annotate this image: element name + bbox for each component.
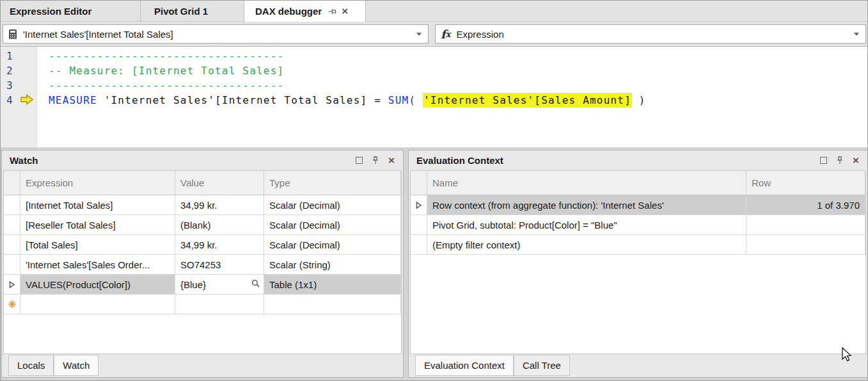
magnifier-icon[interactable] [251,279,260,288]
close-icon[interactable]: × [388,155,395,166]
measure-selector-value: 'Internet Sales'[Internet Total Sales] [23,29,173,40]
tab-dax-debugger[interactable]: DAX debugger × [244,1,366,22]
selector-toolbar: 'Internet Sales'[Internet Total Sales] f… [1,22,867,46]
panel-title: Watch [10,155,38,166]
chevron-down-icon[interactable] [416,33,422,36]
close-icon[interactable]: × [853,155,859,166]
calculator-icon [8,29,17,40]
watch-panel-tabstrip: Locals Watch [3,354,402,377]
line-number: 2 [1,63,36,78]
watch-new-row[interactable] [4,295,401,314]
tab-locals[interactable]: Locals [8,355,54,376]
evaluation-row-selected[interactable]: Row context (from aggregate function): '… [411,195,865,215]
current-line-arrow-icon [20,94,35,105]
evaluation-grid: Name Row Row context (from aggregate fun… [410,170,866,354]
evaluation-panel-titlebar[interactable]: Evaluation Context × [409,150,867,170]
close-icon[interactable]: × [342,6,348,17]
chevron-down-icon[interactable] [854,33,859,36]
document-tabbar: Expression Editor Pivot Grid 1 DAX debug… [1,1,867,22]
column-header-value: Value [175,171,264,195]
watch-panel-titlebar[interactable]: Watch × [2,150,403,170]
code-line: ---------------------------------- [49,78,867,93]
expression-selector-value: Expression [457,29,504,40]
evaluation-context-panel: Evaluation Context × Name Row [408,150,868,378]
dax-debugger-window: Expression Editor Pivot Grid 1 DAX debug… [0,0,868,381]
watch-row[interactable]: 'Internet Sales'[Sales Order... SO74253 … [4,255,401,275]
column-header-row: Row [746,171,865,195]
watch-row-selected[interactable]: VALUES(Product[Color]) {Blue} Table (1x1… [4,275,401,295]
fx-icon: fx [441,28,451,41]
column-header-name: Name [427,171,746,195]
watch-row[interactable]: [Total Sales] 34,99 kr. Scalar (Decimal) [4,235,401,255]
evaluation-panel-tabstrip: Evaluation Context Call Tree [410,354,866,377]
tab-label: Expression Editor [10,6,91,17]
code-line: -- Measure: [Internet Total Sales] [49,63,867,78]
expression-selector-combobox[interactable]: fx Expression [435,24,866,44]
watch-row[interactable]: [Internet Total Sales] 34,99 kr. Scalar … [4,195,401,215]
maximize-icon[interactable] [820,157,827,164]
tab-watch[interactable]: Watch [54,355,99,376]
watch-grid-header: Expression Value Type [4,171,401,195]
editor-code-area[interactable]: ---------------------------------- -- Me… [37,47,867,147]
value-cell-editing[interactable]: {Blue} [175,275,264,294]
tab-evaluation-context[interactable]: Evaluation Context [415,355,514,376]
tab-label: DAX debugger [255,6,322,17]
pin-icon[interactable] [836,156,844,165]
marker-column-header [411,171,427,195]
mouse-cursor [840,347,854,362]
pin-icon[interactable] [372,156,379,165]
tab-pivot-grid-1[interactable]: Pivot Grid 1 [141,1,244,22]
current-row-marker-icon [415,201,422,209]
highlighted-expression: 'Internet Sales'[Sales Amount] [423,93,632,108]
column-header-type: Type [264,171,401,195]
line-number: 1 [1,49,36,63]
line-number: 3 [1,78,36,93]
maximize-icon[interactable] [356,157,363,164]
evaluation-row[interactable]: Pivot Grid, subtotal: Product[Color] = "… [411,215,865,235]
new-row-star-icon [8,300,17,309]
editor-gutter[interactable]: 1 2 3 4 [1,47,37,147]
pin-icon[interactable] [328,7,336,16]
marker-column-header [4,171,20,195]
column-header-expression: Expression [20,171,175,195]
code-line: ---------------------------------- [49,49,867,63]
code-line-current: MEASURE 'Internet Sales'[Internet Total … [49,93,867,108]
measure-selector-combobox[interactable]: 'Internet Sales'[Internet Total Sales] [3,24,429,44]
tab-call-tree[interactable]: Call Tree [514,355,570,376]
watch-grid: Expression Value Type [Internet Total Sa… [3,170,402,354]
tab-label: Pivot Grid 1 [154,6,208,17]
panel-title: Evaluation Context [416,155,503,166]
tab-expression-editor[interactable]: Expression Editor [1,1,141,22]
dax-code-editor[interactable]: 1 2 3 4 --------------------------------… [1,46,867,147]
watch-panel: Watch × Expression Value Type [1,150,404,378]
watch-row[interactable]: [Reseller Total Sales] (Blank) Scalar (D… [4,215,401,235]
evaluation-row[interactable]: (Empty filter context) [411,235,865,255]
current-row-marker-icon [8,280,15,289]
evaluation-grid-header: Name Row [411,171,865,195]
